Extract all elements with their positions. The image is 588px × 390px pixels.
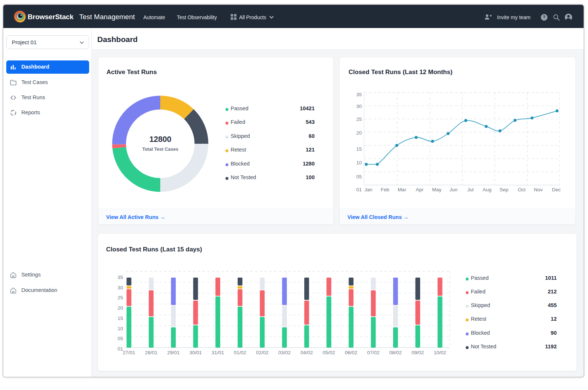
svg-text:25: 25 <box>356 116 362 122</box>
svg-text:Oct: Oct <box>518 187 525 192</box>
svg-text:Dec: Dec <box>552 187 561 192</box>
svg-text:10: 10 <box>356 160 362 166</box>
svg-text:?: ? <box>543 15 545 20</box>
svg-text:Jun: Jun <box>449 187 458 192</box>
svg-text:Jul: Jul <box>467 187 473 192</box>
svg-text:May: May <box>432 187 442 192</box>
svg-text:Nov: Nov <box>534 187 543 192</box>
svg-text:Apr: Apr <box>416 187 424 192</box>
svg-text:20: 20 <box>356 130 362 136</box>
svg-text:30: 30 <box>356 104 362 109</box>
svg-text:01: 01 <box>356 187 362 192</box>
svg-text:15: 15 <box>356 146 362 152</box>
svg-text:Sep: Sep <box>500 187 508 192</box>
svg-text:35: 35 <box>356 92 362 97</box>
svg-text:Feb: Feb <box>381 187 389 192</box>
svg-text:Jan: Jan <box>364 187 372 192</box>
svg-text:05: 05 <box>356 174 362 180</box>
svg-text:Aug: Aug <box>483 187 491 192</box>
svg-text:Mar: Mar <box>398 187 406 192</box>
